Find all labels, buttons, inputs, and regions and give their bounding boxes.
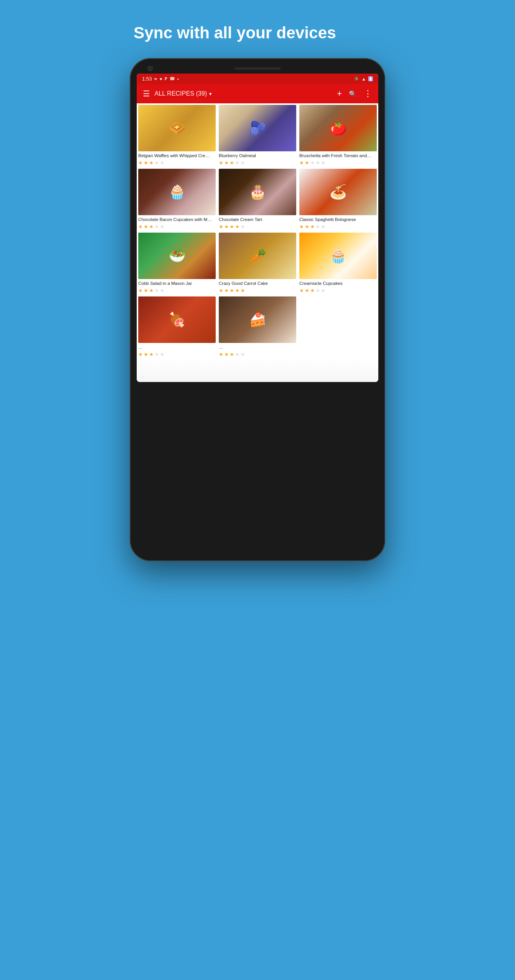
star-empty: ★ (316, 224, 320, 230)
star-filled: ★ (230, 224, 234, 230)
toolbar-title[interactable]: ALL RECIPES (39) ▾ (154, 90, 332, 97)
star-filled: ★ (144, 224, 148, 230)
recipe-card[interactable]: 🥕Crazy Good Carrot Cake★★★★★ (217, 231, 298, 295)
recipe-card[interactable]: 🍖…★★★★★ (137, 295, 217, 359)
star-empty: ★ (310, 160, 315, 166)
recipe-stars: ★★★★★ (138, 160, 216, 166)
star-empty: ★ (160, 351, 165, 357)
star-filled: ★ (219, 288, 223, 293)
recipe-card[interactable]: 🧁Chocolate Bacon Cupcakes with M…★★★★★ (137, 167, 217, 231)
star-filled: ★ (310, 288, 315, 293)
recipe-card[interactable]: 🍰…★★★★★ (217, 295, 298, 359)
recipe-image: 🍰 (219, 296, 296, 343)
hero-title: Sync with all your devices (110, 0, 405, 58)
recipe-grid: 🧇Belgian Waffles with Whipped Cre…★★★★★🫐… (137, 103, 378, 359)
recipe-card[interactable]: 🍝Classic Spaghetti Bolognese★★★★★ (298, 167, 378, 231)
star-filled: ★ (299, 224, 304, 230)
toolbar-icons: + 🔍 ⋮ (337, 89, 372, 99)
hamburger-menu-icon[interactable]: ☰ (143, 89, 150, 98)
star-empty: ★ (235, 351, 240, 357)
recipe-name: Chocolate Bacon Cupcakes with M… (138, 217, 216, 223)
recipe-name: Cobb Salad in a Mason Jar (138, 281, 216, 286)
star-filled: ★ (224, 160, 229, 166)
recipe-card[interactable]: 🧁Creamsicle Cupcakes★★★★★ (298, 231, 378, 295)
recipe-stars: ★★★★★ (138, 288, 216, 293)
star-empty: ★ (321, 160, 326, 166)
recipe-image: 🥕 (219, 233, 296, 279)
star-filled: ★ (305, 160, 309, 166)
star-filled: ★ (299, 288, 304, 293)
star-filled: ★ (305, 288, 309, 293)
star-empty: ★ (154, 288, 159, 293)
star-empty: ★ (160, 224, 165, 230)
camera (148, 66, 153, 71)
recipe-name: Bruschetta with Fresh Tomato and… (299, 153, 377, 159)
star-filled: ★ (144, 160, 148, 166)
star-empty: ★ (160, 288, 165, 293)
recipe-card[interactable]: 🥗Cobb Salad in a Mason Jar★★★★★ (137, 231, 217, 295)
recipe-name: Blueberry Oatmeal (219, 153, 296, 159)
recipe-name: Chocolate Cream Tart (219, 217, 296, 223)
phone-icon: ☎ (170, 76, 175, 81)
app-toolbar: ☰ ALL RECIPES (39) ▾ + 🔍 ⋮ (137, 84, 378, 103)
status-left: 1:53 𝐰 ♥ 𝐏 ☎ • (142, 76, 179, 82)
star-filled: ★ (219, 351, 223, 357)
speaker (234, 67, 281, 70)
star-empty: ★ (235, 160, 240, 166)
star-filled: ★ (149, 224, 154, 230)
recipe-image: 🫐 (219, 105, 296, 151)
star-filled: ★ (235, 224, 240, 230)
add-recipe-icon[interactable]: + (337, 89, 342, 99)
star-empty: ★ (154, 224, 159, 230)
recipe-image: 🧁 (138, 169, 216, 215)
recipe-name: Creamsicle Cupcakes (299, 281, 377, 286)
recipe-name: Classic Spaghetti Bolognese (299, 217, 377, 223)
star-empty: ★ (160, 160, 165, 166)
status-right: 🔕 ▲ ▮ (354, 76, 373, 81)
star-filled: ★ (235, 288, 240, 293)
star-filled: ★ (230, 160, 234, 166)
recipe-image: 🍝 (299, 169, 377, 215)
status-bar: 1:53 𝐰 ♥ 𝐏 ☎ • 🔕 ▲ ▮ (137, 74, 378, 84)
more-options-icon[interactable]: ⋮ (364, 89, 372, 99)
star-empty: ★ (240, 351, 245, 357)
recipe-card[interactable]: 🫐Blueberry Oatmeal★★★★★ (217, 103, 298, 167)
search-icon[interactable]: 🔍 (349, 90, 357, 98)
heart-icon: ♥ (160, 77, 162, 81)
star-filled: ★ (138, 351, 143, 357)
recipe-card[interactable]: 🧇Belgian Waffles with Whipped Cre…★★★★★ (137, 103, 217, 167)
recipe-stars: ★★★★★ (138, 224, 216, 230)
star-filled: ★ (224, 288, 229, 293)
battery-icon: ▮ (368, 76, 373, 81)
recipe-stars: ★★★★★ (138, 351, 216, 357)
recipe-card[interactable]: 🍅Bruschetta with Fresh Tomato and…★★★★★ (298, 103, 378, 167)
star-filled: ★ (138, 160, 143, 166)
chevron-down-icon: ▾ (209, 91, 212, 97)
recipe-stars: ★★★★★ (219, 288, 296, 293)
star-filled: ★ (138, 224, 143, 230)
star-filled: ★ (240, 288, 245, 293)
star-filled: ★ (224, 224, 229, 230)
star-empty: ★ (240, 224, 245, 230)
star-filled: ★ (305, 224, 309, 230)
star-empty: ★ (321, 224, 326, 230)
recipe-stars: ★★★★★ (219, 351, 296, 357)
dot-icon: • (177, 77, 179, 81)
recipe-card[interactable]: 🎂Chocolate Cream Tart★★★★★ (217, 167, 298, 231)
recipe-image: 🧁 (299, 233, 377, 279)
bell-off-icon: 🔕 (354, 76, 359, 81)
star-filled: ★ (310, 224, 315, 230)
recipe-stars: ★★★★★ (299, 224, 377, 230)
star-empty: ★ (154, 160, 159, 166)
star-filled: ★ (149, 351, 154, 357)
phone-frame: 1:53 𝐰 ♥ 𝐏 ☎ • 🔕 ▲ ▮ ☰ ALL RECIPES (39) (130, 58, 385, 561)
wifi-icon: ▲ (362, 77, 366, 81)
star-filled: ★ (138, 288, 143, 293)
recipe-image: 🍖 (138, 296, 216, 343)
recipe-name: Belgian Waffles with Whipped Cre… (138, 153, 216, 159)
star-filled: ★ (219, 160, 223, 166)
star-filled: ★ (224, 351, 229, 357)
recipe-name: … (138, 344, 216, 350)
star-empty: ★ (316, 160, 320, 166)
recipe-name: Crazy Good Carrot Cake (219, 281, 296, 286)
